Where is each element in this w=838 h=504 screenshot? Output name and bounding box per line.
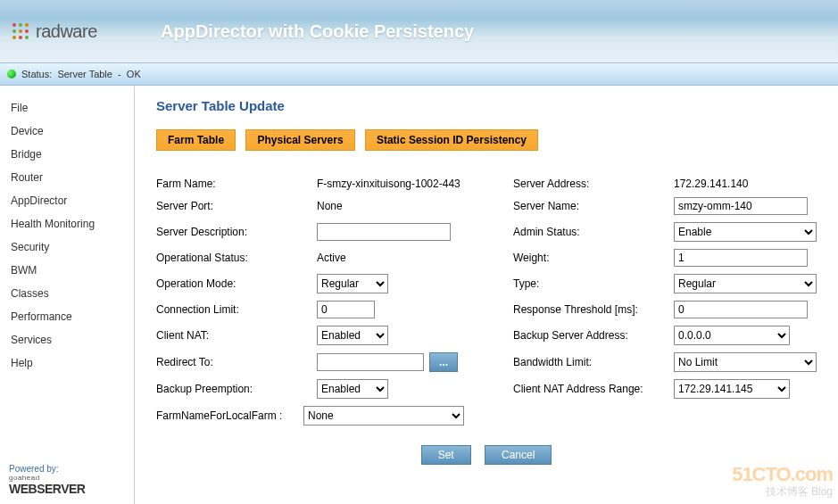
farm-name-value: F-smzy-xinxituisong-1002-443 (317, 178, 495, 190)
powered-by-label: Powered by: (9, 464, 85, 474)
svg-point-3 (12, 29, 16, 33)
page-title: Server Table Update (156, 98, 817, 113)
goahead-text: goahead (9, 474, 85, 482)
sidebar-item-bridge[interactable]: Bridge (9, 143, 125, 166)
operation-mode-select[interactable]: Regular (317, 274, 388, 293)
logo-dots-icon (11, 21, 30, 41)
bandwidth-limit-select[interactable]: No Limit (674, 352, 817, 372)
server-name-input[interactable] (674, 197, 808, 215)
sidebar: File Device Bridge Router AppDirector He… (0, 86, 135, 504)
status-label: Status: (21, 69, 52, 79)
farm-local-label: FarmNameForLocalFarm : (156, 409, 295, 422)
svg-point-6 (12, 36, 16, 39)
sidebar-item-classes[interactable]: Classes (9, 282, 125, 305)
tab-static-session-id[interactable]: Static Session ID Persistency (365, 129, 538, 151)
form: Farm Name: F-smzy-xinxituisong-1002-443 … (156, 178, 817, 426)
server-description-label: Server Description: (156, 226, 299, 238)
backup-server-address-select[interactable]: 0.0.0.0 (674, 326, 790, 345)
admin-status-select[interactable]: Enable (674, 222, 817, 242)
client-nat-select[interactable]: Enabled (317, 326, 388, 345)
admin-status-label: Admin Status: (513, 226, 656, 238)
operational-status-value: Active (317, 252, 495, 264)
status-ok-icon (7, 70, 16, 78)
action-buttons: Set Cancel (156, 445, 817, 465)
connection-limit-input[interactable] (317, 301, 375, 318)
sidebar-item-performance[interactable]: Performance (9, 305, 125, 328)
farm-local-select[interactable]: None (303, 406, 464, 426)
watermark: 51CTO.com 技术博客 Blog (732, 463, 833, 500)
sidebar-item-device[interactable]: Device (9, 120, 125, 143)
logo: radware (11, 21, 143, 42)
sidebar-item-file[interactable]: File (9, 96, 125, 120)
server-address-value: 172.29.141.140 (674, 178, 817, 190)
client-nat-label: Client NAT: (156, 329, 299, 342)
svg-point-1 (19, 23, 22, 27)
response-threshold-input[interactable] (674, 301, 808, 318)
status-bar: Status: Server Table - OK (0, 62, 838, 86)
powered-by: Powered by: goahead WEBSERVER (9, 464, 85, 496)
header: radware AppDirector with Cookie Persiste… (0, 0, 838, 62)
type-select[interactable]: Regular (674, 274, 817, 293)
operation-mode-label: Operation Mode: (156, 277, 299, 290)
svg-point-0 (12, 23, 16, 27)
connection-limit-label: Connection Limit: (156, 303, 299, 316)
tabs: Farm Table Physical Servers Static Sessi… (156, 129, 817, 151)
backup-server-address-label: Backup Server Address: (513, 329, 656, 342)
svg-point-7 (19, 36, 22, 39)
weight-label: Weight: (513, 252, 656, 264)
watermark-line1: 51CTO.com (732, 463, 833, 486)
tab-physical-servers[interactable]: Physical Servers (245, 129, 354, 151)
tab-farm-table[interactable]: Farm Table (156, 129, 236, 151)
watermark-line2: 技术博客 Blog (732, 484, 833, 500)
redirect-to-label: Redirect To: (156, 356, 299, 368)
farm-name-label: Farm Name: (156, 178, 299, 190)
server-name-label: Server Name: (513, 200, 656, 212)
response-threshold-label: Response Threshold [ms]: (513, 303, 656, 316)
sidebar-item-bwm[interactable]: BWM (9, 259, 125, 282)
svg-point-4 (19, 29, 22, 33)
main-content: Server Table Update Farm Table Physical … (135, 86, 838, 504)
server-port-value: None (317, 200, 495, 212)
server-description-input[interactable] (317, 223, 451, 241)
bandwidth-limit-label: Bandwidth Limit: (513, 356, 656, 368)
client-nat-range-select[interactable]: 172.29.141.145 (674, 379, 790, 399)
operational-status-label: Operational Status: (156, 252, 299, 264)
weight-input[interactable] (674, 249, 808, 267)
sidebar-item-appdirector[interactable]: AppDirector (9, 189, 125, 212)
server-port-label: Server Port: (156, 200, 299, 212)
webserver-text: WEBSERVER (9, 482, 85, 496)
server-address-label: Server Address: (513, 178, 656, 190)
cancel-button[interactable]: Cancel (485, 445, 552, 465)
status-sep: - (118, 69, 121, 79)
status-context: Server Table (57, 69, 112, 79)
header-title: AppDirector with Cookie Persistency (161, 21, 474, 42)
set-button[interactable]: Set (421, 445, 471, 465)
type-label: Type: (513, 277, 656, 290)
svg-point-8 (25, 36, 29, 39)
sidebar-item-health-monitoring[interactable]: Health Monitoring (9, 212, 125, 235)
sidebar-item-security[interactable]: Security (9, 235, 125, 259)
backup-preemption-label: Backup Preemption: (156, 383, 299, 395)
svg-point-2 (25, 23, 29, 27)
client-nat-range-label: Client NAT Address Range: (513, 383, 656, 395)
redirect-to-input[interactable] (317, 353, 424, 371)
redirect-browse-button[interactable]: ... (429, 352, 458, 372)
sidebar-item-services[interactable]: Services (9, 328, 125, 351)
sidebar-item-router[interactable]: Router (9, 166, 125, 189)
svg-point-5 (25, 29, 29, 33)
backup-preemption-select[interactable]: Enabled (317, 379, 388, 399)
brand-text: radware (36, 21, 97, 42)
sidebar-item-help[interactable]: Help (9, 351, 125, 375)
status-value: OK (127, 69, 141, 79)
